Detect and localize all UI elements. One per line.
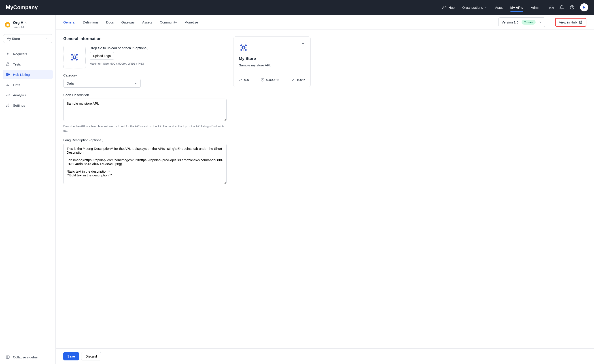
stat-latency: 0,000ms (261, 78, 279, 82)
top-icons: R (549, 3, 588, 11)
stat-popularity: 9.5 (239, 78, 249, 82)
tab-docs[interactable]: Docs (106, 15, 114, 29)
svg-point-30 (241, 47, 242, 48)
default-logo-icon (70, 52, 79, 62)
nav-organizations[interactable]: Organizations (462, 1, 487, 14)
version-label: Version 1.0 (502, 20, 518, 24)
inbox-icon[interactable] (549, 5, 554, 10)
nav-admin[interactable]: Admin (531, 1, 540, 14)
chevron-down-icon (25, 21, 28, 24)
chart-icon (6, 93, 10, 97)
org-selector[interactable]: Org A Team A1 (3, 19, 53, 32)
short-desc-label: Short Description (63, 93, 227, 97)
svg-point-28 (243, 45, 244, 46)
chevron-down-icon (46, 37, 49, 40)
svg-rect-35 (240, 44, 243, 47)
check-icon (291, 78, 295, 82)
trend-icon (239, 78, 243, 82)
nav-organizations-label: Organizations (462, 6, 483, 9)
version-selector[interactable]: Version 1.0 Current (498, 17, 545, 27)
svg-rect-37 (240, 49, 243, 51)
footer-bar: Save Discard (56, 348, 594, 364)
sidebar-item-lints[interactable]: Lints (3, 80, 53, 89)
top-nav: API Hub Organizations Apps My APIs Admin (442, 1, 540, 14)
tab-bar: General Definitions Docs Gateway Assets … (56, 15, 594, 30)
flask-icon (6, 62, 10, 66)
org-logo-icon (5, 22, 10, 27)
tab-gateway[interactable]: Gateway (122, 15, 135, 29)
tab-general[interactable]: General (63, 15, 75, 29)
preview-title: My Store (239, 56, 305, 61)
discard-button[interactable]: Discard (81, 352, 101, 360)
bookmark-icon[interactable] (301, 43, 305, 47)
nav-api-hub[interactable]: API Hub (442, 1, 455, 14)
svg-rect-24 (76, 59, 78, 61)
nav-apps[interactable]: Apps (495, 1, 503, 14)
svg-line-12 (580, 21, 582, 22)
chevron-down-icon (484, 6, 487, 9)
sidebar: Org A Team A1 My Store Requests Tests Hu… (0, 15, 56, 364)
top-bar: MyCompany API Hub Organizations Apps My … (0, 0, 594, 15)
sidebar-item-hub-listing[interactable]: Hub Listing (3, 70, 53, 79)
bell-icon[interactable] (560, 5, 564, 10)
upload-dropzone[interactable] (63, 46, 86, 68)
store-selector[interactable]: My Store (3, 34, 52, 43)
version-badge: Current (521, 20, 536, 25)
org-name-label: Org A (13, 20, 23, 25)
svg-point-31 (245, 47, 246, 48)
chevron-down-icon (539, 20, 542, 24)
long-desc-label: Long Description (optional) (63, 138, 227, 142)
preview-subtitle: Sample my store API. (239, 63, 305, 67)
svg-rect-22 (76, 54, 78, 56)
sidebar-item-requests[interactable]: Requests (3, 49, 53, 59)
sidebar-item-tests[interactable]: Tests (3, 60, 53, 69)
pencil-icon (6, 103, 10, 107)
preview-card: My Store Sample my store API. 9.5 0,000m… (233, 36, 311, 87)
svg-point-17 (76, 57, 78, 58)
svg-rect-23 (71, 59, 73, 61)
brand-logo: MyCompany (6, 4, 38, 11)
store-selector-label: My Store (7, 37, 20, 40)
collapse-icon (6, 355, 10, 359)
help-icon[interactable] (570, 5, 574, 10)
tab-assets[interactable]: Assets (142, 15, 152, 29)
svg-point-16 (71, 57, 73, 58)
svg-point-33 (243, 49, 244, 51)
long-desc-input[interactable] (63, 144, 227, 184)
sidebar-item-analytics[interactable]: Analytics (3, 90, 53, 100)
collapse-sidebar[interactable]: Collapse sidebar (3, 351, 53, 364)
preview-logo-icon (239, 43, 248, 52)
save-button[interactable]: Save (63, 352, 79, 360)
short-desc-help: Describe the API in a few plain text wor… (63, 124, 227, 133)
short-desc-input[interactable] (63, 99, 227, 121)
svg-point-14 (74, 54, 75, 55)
view-in-hub-button[interactable]: View in Hub (555, 18, 586, 27)
tab-monetize[interactable]: Monetize (184, 15, 198, 29)
avatar[interactable]: R (580, 3, 588, 11)
svg-rect-36 (245, 44, 247, 47)
requests-icon (6, 52, 10, 56)
stat-success: 100% (291, 78, 305, 82)
tab-community[interactable]: Community (160, 15, 177, 29)
tab-definitions[interactable]: Definitions (83, 15, 98, 29)
clock-icon (261, 78, 264, 82)
team-label: Team A1 (13, 26, 28, 29)
svg-rect-21 (71, 54, 73, 56)
external-link-icon (579, 20, 583, 24)
upload-logo-button[interactable]: Upload Logo (90, 52, 114, 60)
section-title: General Information (63, 36, 227, 41)
category-label: Category (63, 73, 227, 77)
upload-hint: Drop file to upload or attach it (option… (90, 46, 148, 50)
svg-point-19 (74, 59, 75, 60)
svg-rect-38 (245, 49, 247, 51)
nav-my-apis[interactable]: My APIs (510, 1, 523, 14)
sidebar-item-settings[interactable]: Settings (3, 101, 53, 110)
globe-icon (6, 73, 10, 76)
category-select[interactable]: Data (63, 79, 141, 88)
sliders-icon (6, 83, 10, 87)
chevron-down-icon (134, 82, 137, 85)
upload-constraint: Maximum Size: 500 x 500px, JPEG / PNG (90, 62, 148, 65)
svg-rect-2 (7, 23, 8, 26)
